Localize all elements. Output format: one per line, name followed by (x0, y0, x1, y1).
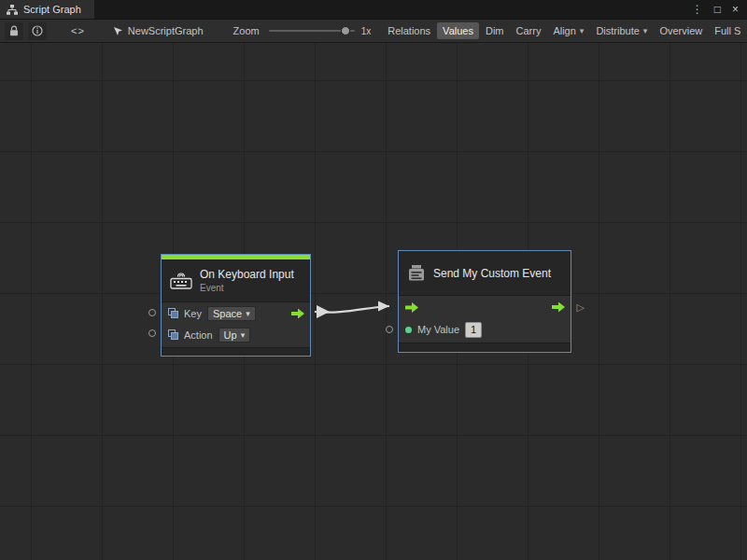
graph-name-label: NewScriptGraph (128, 25, 204, 36)
graph-canvas[interactable]: On Keyboard Input Event Key Space ▾ (0, 43, 747, 560)
flow-row (399, 296, 571, 318)
window-menu-icon[interactable]: ⋮ (692, 4, 703, 15)
node-header[interactable]: Send My Custom Event (399, 251, 571, 296)
titlebar-spacer (94, 0, 692, 19)
chevron-down-icon: ▾ (246, 309, 250, 318)
flow-output-port[interactable] (552, 302, 565, 313)
action-input-port[interactable] (148, 329, 156, 337)
variable-icon (168, 308, 178, 318)
info-icon[interactable] (28, 22, 47, 40)
chevron-down-icon: ▾ (643, 26, 648, 35)
dim-button[interactable]: Dim (480, 22, 510, 39)
custom-event-icon (407, 264, 426, 282)
tab-title: Script Graph (23, 4, 81, 15)
chevron-down-icon: ▾ (580, 26, 585, 35)
tab-script-graph[interactable]: Script Graph (0, 0, 94, 19)
wire-layer (0, 43, 747, 560)
value-port-dot[interactable] (405, 327, 412, 333)
zoom-slider-thumb[interactable] (341, 26, 350, 35)
maximize-icon[interactable]: □ (714, 4, 721, 15)
titlebar: Script Graph ⋮ □ × (0, 0, 747, 20)
key-dropdown[interactable]: Space ▾ (207, 306, 256, 321)
connection-wire[interactable] (315, 306, 389, 313)
port-label: Action (184, 329, 213, 341)
overview-button[interactable]: Overview (654, 22, 708, 39)
node-title: On Keyboard Input (200, 268, 294, 281)
value-label: My Value (417, 324, 459, 335)
node-title: Send My Custom Event (433, 267, 551, 280)
wire-arrowhead-end (378, 301, 389, 312)
node-header[interactable]: On Keyboard Input Event (162, 259, 310, 302)
my-value-input-port[interactable] (386, 326, 393, 333)
node-send-my-custom-event[interactable]: Send My Custom Event My Value 1 ▷ (398, 250, 571, 353)
keyboard-icon (170, 273, 192, 289)
graph-name[interactable]: NewScriptGraph (113, 25, 204, 36)
fullscreen-button[interactable]: Full S (709, 22, 746, 39)
align-dropdown-button[interactable]: Align▾ (547, 22, 589, 39)
key-input-port[interactable] (148, 309, 156, 316)
script-graph-window: Script Graph ⋮ □ × <> (0, 0, 747, 560)
lock-icon[interactable] (5, 22, 23, 40)
zoom-label: Zoom (233, 25, 260, 36)
zoom-slider[interactable] (269, 25, 355, 36)
wire-arrowhead-start (317, 305, 330, 318)
zoom-value: 1x (361, 26, 372, 36)
pointer-icon (113, 26, 123, 36)
graph-icon (7, 5, 18, 15)
port-row-key: Key Space ▾ (162, 302, 310, 324)
carry-button[interactable]: Carry (511, 22, 547, 39)
code-icon[interactable]: <> (71, 25, 85, 36)
chevron-down-icon: ▾ (241, 330, 246, 340)
value-input-field[interactable]: 1 (465, 322, 482, 338)
flow-input-port[interactable] (405, 302, 418, 313)
toolbar: <> NewScriptGraph Zoom 1x Relations Valu… (0, 20, 747, 43)
relations-button[interactable]: Relations (382, 22, 436, 39)
close-icon[interactable]: × (732, 4, 739, 15)
node-footer (162, 347, 310, 356)
distribute-dropdown-button[interactable]: Distribute▾ (590, 22, 653, 39)
flow-output-port[interactable] (291, 308, 304, 318)
values-button[interactable]: Values (437, 22, 479, 39)
action-dropdown[interactable]: Up ▾ (218, 328, 251, 343)
port-label: Key (184, 308, 202, 319)
node-subtitle: Event (200, 283, 294, 293)
flow-continue-triangle-icon[interactable]: ▷ (577, 302, 585, 313)
port-row-action: Action Up ▾ (162, 324, 310, 345)
value-row: My Value 1 (399, 318, 571, 341)
variable-icon (168, 329, 178, 340)
node-on-keyboard-input[interactable]: On Keyboard Input Event Key Space ▾ (161, 254, 311, 357)
node-footer (399, 343, 571, 352)
